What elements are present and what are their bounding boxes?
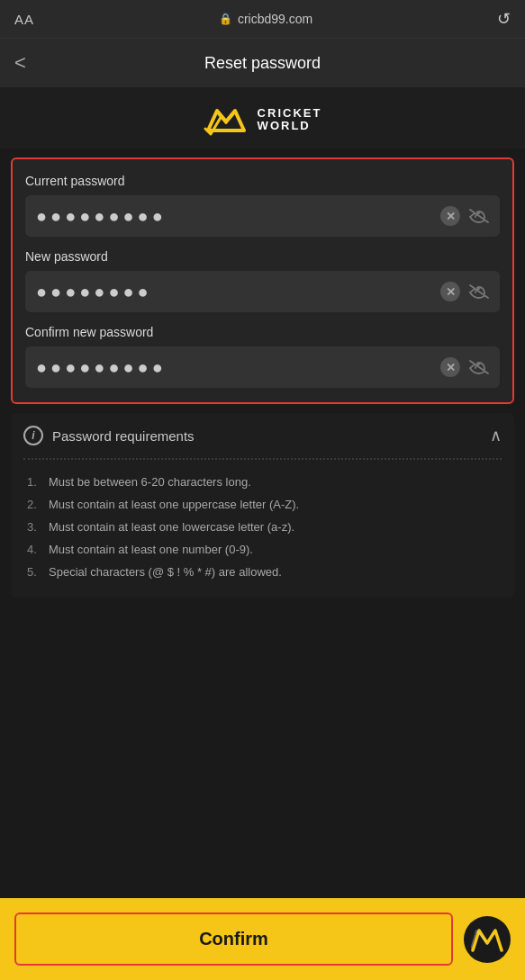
confirm-new-password-clear-button[interactable]: ✕: [440, 357, 460, 377]
list-item: 2. Must contain at least one uppercase l…: [23, 493, 502, 516]
back-button[interactable]: <: [14, 51, 26, 75]
clear-icon: ✕: [440, 282, 460, 301]
confirm-new-password-group: Confirm new password ●●●●●●●●● ✕: [25, 325, 500, 388]
requirements-list: 1. Must be between 6-20 characters long.…: [11, 460, 514, 598]
req-num: 1.: [27, 475, 41, 489]
browser-chrome: AA 🔒 cricbd99.com ↺: [0, 0, 525, 39]
logo-text: CRICKET WORLD: [258, 107, 322, 133]
list-item: 1. Must be between 6-20 characters long.: [23, 471, 502, 493]
password-form-section: Current password ●●●●●●●●● ✕ New passwor…: [11, 157, 514, 404]
current-password-toggle-button[interactable]: [469, 206, 489, 226]
new-password-clear-button[interactable]: ✕: [440, 282, 460, 301]
eye-slash-icon: [469, 357, 489, 377]
nav-bar: < Reset password: [0, 39, 525, 87]
req-num: 2.: [27, 498, 41, 511]
page-title: Reset password: [204, 54, 321, 73]
info-icon: i: [23, 426, 43, 445]
logo-area: CRICKET WORLD: [0, 87, 525, 148]
logo-badge: [464, 916, 511, 963]
badge-logo-icon: [471, 927, 503, 952]
req-text: Special characters (@ $ ! % * #) are all…: [49, 565, 282, 579]
new-password-dots: ●●●●●●●●: [36, 283, 433, 301]
confirm-new-password-toggle-button[interactable]: [469, 357, 489, 377]
current-password-dots: ●●●●●●●●●: [36, 207, 433, 225]
eye-slash-icon: [469, 206, 489, 226]
new-password-actions: ✕: [440, 282, 489, 301]
browser-aa-label: AA: [14, 12, 34, 27]
current-password-clear-button[interactable]: ✕: [440, 206, 460, 226]
current-password-actions: ✕: [440, 206, 489, 226]
confirm-new-password-actions: ✕: [440, 357, 489, 377]
req-text: Must contain at least one lowercase lett…: [49, 520, 294, 534]
new-password-label: New password: [25, 249, 500, 264]
req-text: Must be between 6-20 characters long.: [49, 475, 251, 489]
logo-world: WORLD: [258, 120, 322, 132]
requirements-header[interactable]: i Password requirements ∧: [11, 413, 514, 458]
browser-url-bar[interactable]: 🔒 cricbd99.com: [219, 12, 312, 26]
confirm-bar: Confirm: [0, 898, 525, 980]
req-text: Must contain at least one uppercase lett…: [49, 498, 299, 511]
logo-container: CRICKET WORLD: [204, 103, 322, 136]
list-item: 5. Special characters (@ $ ! % * #) are …: [23, 561, 502, 583]
refresh-icon[interactable]: ↺: [497, 9, 511, 29]
requirements-section: i Password requirements ∧ 1. Must be bet…: [11, 413, 514, 598]
new-password-toggle-button[interactable]: [469, 282, 489, 301]
lock-icon: 🔒: [219, 13, 232, 25]
list-item: 3. Must contain at least one lowercase l…: [23, 516, 502, 538]
clear-icon: ✕: [440, 206, 460, 226]
confirm-button[interactable]: Confirm: [14, 913, 453, 966]
clear-icon: ✕: [440, 357, 460, 377]
current-password-input-wrapper[interactable]: ●●●●●●●●● ✕: [25, 195, 500, 237]
eye-slash-icon: [469, 282, 489, 301]
url-text: cricbd99.com: [238, 12, 312, 26]
logo-icon: [204, 103, 249, 136]
confirm-new-password-label: Confirm new password: [25, 325, 500, 339]
requirements-title: Password requirements: [52, 428, 195, 444]
req-text: Must contain at least one number (0-9).: [49, 543, 253, 556]
req-header-left: i Password requirements: [23, 426, 195, 445]
list-item: 4. Must contain at least one number (0-9…: [23, 538, 502, 561]
req-num: 5.: [27, 565, 41, 579]
new-password-group: New password ●●●●●●●● ✕: [25, 249, 500, 312]
req-num: 4.: [27, 543, 41, 556]
chevron-up-icon: ∧: [490, 426, 502, 445]
confirm-new-password-input-wrapper[interactable]: ●●●●●●●●● ✕: [25, 346, 500, 388]
confirm-new-password-dots: ●●●●●●●●●: [36, 358, 433, 376]
current-password-group: Current password ●●●●●●●●● ✕: [25, 174, 500, 237]
current-password-label: Current password: [25, 174, 500, 188]
new-password-input-wrapper[interactable]: ●●●●●●●● ✕: [25, 271, 500, 312]
logo-cricket: CRICKET: [258, 107, 322, 120]
req-num: 3.: [27, 520, 41, 534]
